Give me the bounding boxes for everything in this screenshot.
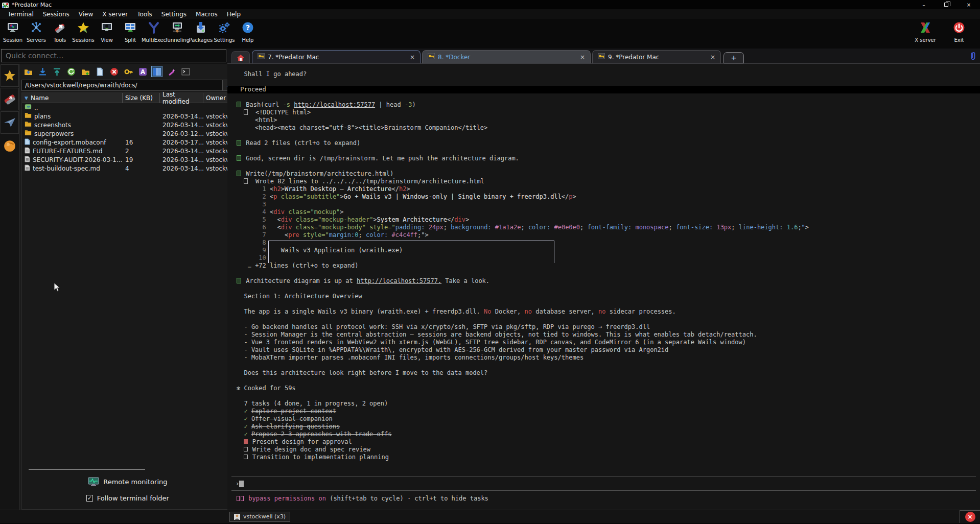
file-name: config-export.mobaconf — [33, 139, 106, 146]
text-segment: +72 lines (ctrl+o to expand) — [255, 262, 358, 269]
text-segment: › — [236, 480, 239, 487]
multiexec-toolbar-button[interactable]: MultiExec — [142, 19, 166, 47]
xserver-icon — [919, 21, 931, 36]
session-toolbar-button[interactable]: Session — [1, 19, 25, 47]
exit-toolbar-button[interactable]: Exit — [942, 19, 976, 47]
x-server-toolbar-button[interactable]: X server — [908, 19, 942, 47]
menu-item-tools[interactable]: Tools — [132, 10, 157, 19]
menu-item-settings[interactable]: Settings — [157, 10, 191, 19]
delete-icon[interactable] — [108, 66, 120, 77]
terminal-line: 7 tasks (4 done, 1 in progress, 2 open) — [227, 400, 980, 408]
menu-item-macros[interactable]: Macros — [191, 10, 222, 19]
menu-item-view[interactable]: View — [74, 10, 98, 19]
quick-connect-input[interactable] — [1, 49, 226, 62]
tab-close-icon[interactable]: × — [710, 54, 715, 61]
session-status-tab[interactable]: vstockwell (x3) — [229, 512, 290, 522]
text-cursor-block — [239, 481, 244, 487]
text-segment: Docker, — [492, 308, 525, 315]
file-row[interactable]: superpowers2026-03-12...vstockw — [22, 129, 234, 138]
terminal-tab-9[interactable]: 9. *Predator Mac× — [592, 50, 721, 63]
text-segment: color: — [366, 231, 388, 239]
follow-terminal-checkbox[interactable]: ✓ — [86, 495, 93, 502]
favorites-star-icon[interactable] — [1, 64, 19, 87]
tools-knife-icon[interactable] — [1, 88, 19, 110]
new-file-icon[interactable] — [94, 66, 105, 77]
upload-icon[interactable] — [51, 66, 62, 77]
terminal-line — [227, 132, 980, 139]
new-tab-button[interactable]: + — [724, 52, 744, 63]
send-plane-icon[interactable] — [1, 111, 19, 134]
panel-toggle-icon[interactable] — [151, 66, 162, 77]
terminal-box-icon[interactable] — [180, 66, 191, 77]
terminal-tab-8[interactable]: 8. *Docker× — [422, 50, 591, 63]
toolbar-label: Sessions — [72, 37, 94, 43]
new-folder-icon[interactable] — [80, 66, 91, 77]
column-header-size[interactable]: Size (KB) — [123, 93, 160, 103]
file-row[interactable]: FUTURE-FEATURES.md22026-03-14...vstockw — [22, 147, 234, 155]
menubar: TerminalSessionsViewX serverToolsSetting… — [0, 9, 980, 19]
settings-toolbar-button[interactable]: Settings — [213, 19, 236, 47]
packages-icon — [195, 21, 207, 36]
diagram-box-border — [268, 241, 554, 263]
file-name-cell: .. — [22, 104, 123, 111]
minimize-button[interactable]: – — [913, 0, 935, 9]
text-segment: </ — [562, 193, 569, 200]
restore-button[interactable] — [935, 0, 958, 9]
path-input[interactable] — [21, 80, 223, 91]
file-row[interactable]: .. — [22, 103, 234, 112]
home-tab[interactable] — [231, 51, 250, 63]
packages-toolbar-button[interactable]: Packages — [189, 19, 213, 47]
text-segment: -s — [283, 101, 290, 108]
globe-icon[interactable] — [1, 135, 19, 157]
file-row[interactable]: config-export.mobaconf162026-03-17...vst… — [22, 138, 234, 147]
sessions-toolbar-button[interactable]: Sessions — [72, 19, 95, 47]
terminal-line: - Vault uses SQLite in %APPDATA%\Wraith\… — [227, 346, 980, 354]
terminal[interactable]: Shall I go ahead? Proceed Bash(curl -s h… — [227, 64, 980, 510]
file-row[interactable]: test-buildout-spec.md42026-03-14...vstoc… — [22, 164, 234, 173]
file-row[interactable]: plans2026-03-14...vstockw — [22, 112, 234, 121]
text-segment: System Architecture — [377, 216, 447, 223]
text-segment: ; — [731, 224, 738, 231]
attachment-paperclip-icon[interactable] — [969, 51, 977, 62]
key-icon[interactable] — [123, 66, 134, 77]
tunneling-toolbar-button[interactable]: Tunneling — [166, 19, 189, 47]
remote-monitoring-button[interactable]: Remote monitoring — [22, 477, 234, 486]
tab-close-icon[interactable]: × — [580, 54, 585, 61]
tools-toolbar-button[interactable]: Tools — [48, 19, 72, 47]
terminal-tab-7[interactable]: 7. *Predator Mac× — [252, 50, 421, 63]
text-segment: Does this architecture look right before… — [237, 369, 487, 376]
tab-close-icon[interactable]: × — [410, 54, 415, 61]
menu-item-x-server[interactable]: X server — [98, 10, 132, 19]
column-header-name[interactable]: ▼Name — [22, 93, 123, 103]
refresh-icon[interactable] — [65, 66, 77, 77]
servers-toolbar-button[interactable]: Servers — [25, 19, 48, 47]
menu-item-help[interactable]: Help — [222, 10, 245, 19]
toolbar-label: Session — [3, 37, 22, 43]
text-segment: Go + Wails v3 | Windows-only | Single bi… — [344, 193, 562, 200]
terminal-line — [227, 316, 980, 323]
text-segment: ; — [521, 224, 528, 231]
text-segment: </ — [447, 216, 454, 223]
file-row[interactable]: SECURITY-AUDIT-2026-03-1...192026-03-14.… — [22, 155, 234, 164]
text-segment: Propose 2-3 approaches with trade-offs — [251, 431, 392, 438]
file-row[interactable]: screenshots2026-03-14...vstockw — [22, 121, 234, 129]
file-name-cell: plans — [22, 112, 123, 120]
font-icon[interactable]: A — [137, 66, 148, 77]
download-icon[interactable] — [37, 66, 48, 77]
close-button[interactable]: × — [958, 0, 980, 9]
terminal-prompt[interactable]: › — [231, 477, 976, 491]
view-toolbar-button[interactable]: View — [95, 19, 119, 47]
menu-item-terminal[interactable]: Terminal — [3, 10, 38, 19]
upload-folder-icon[interactable] — [22, 66, 34, 77]
menu-item-sessions[interactable]: Sessions — [38, 10, 74, 19]
help-toolbar-button[interactable]: ?Help — [236, 19, 260, 47]
column-header-modified[interactable]: Last modified — [160, 93, 203, 103]
bottom-statusbar: vstockwell (x3) × — [0, 510, 980, 523]
split-toolbar-button[interactable]: Split — [119, 19, 142, 47]
exit-status-button[interactable]: × — [960, 510, 980, 523]
wand-icon[interactable] — [166, 66, 177, 77]
terminal-line — [227, 392, 980, 400]
terminal-line: 5 <div class="mockup-header">System Arch… — [227, 216, 980, 224]
text-segment: Present design for approval — [248, 438, 352, 445]
file-modified-cell: 2026-03-14... — [160, 122, 203, 129]
